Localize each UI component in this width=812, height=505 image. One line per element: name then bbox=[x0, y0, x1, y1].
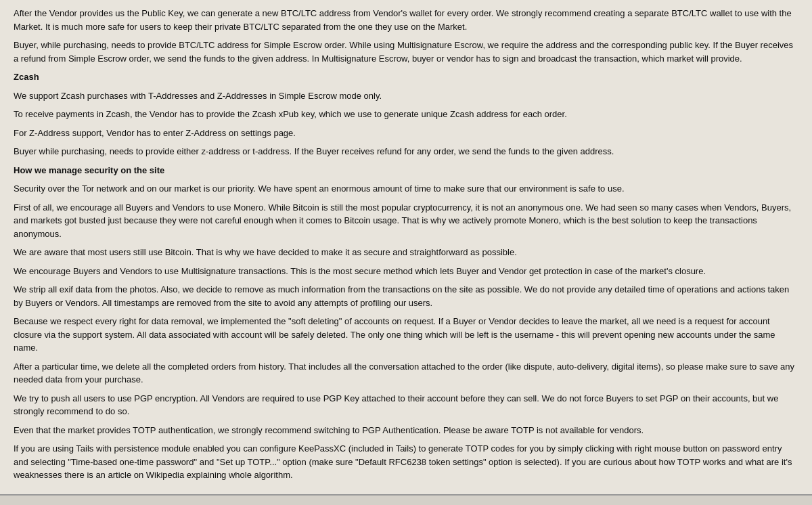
paragraph: Buyer while purchasing, needs to provide… bbox=[14, 145, 798, 158]
paragraph: After a particular time, we delete all t… bbox=[14, 360, 798, 387]
section-heading: How we manage security on the site bbox=[14, 164, 798, 177]
main-content: After the Vendor provides us the Public … bbox=[0, 0, 812, 495]
paragraph: Even that the market provides TOTP authe… bbox=[14, 424, 798, 437]
paragraph: Buyer, while purchasing, needs to provid… bbox=[14, 39, 798, 65]
paragraph: We strip all exif data from the photos. … bbox=[14, 283, 798, 309]
section-heading: Zcash bbox=[14, 70, 798, 84]
footer: USEFUL LINKS About UsRoadmapFunds & Secu… bbox=[0, 495, 812, 506]
paragraph: For Z-Address support, Vendor has to ent… bbox=[14, 127, 798, 140]
paragraph: Because we respect every right for data … bbox=[14, 315, 798, 355]
paragraph: Security over the Tor network and on our… bbox=[14, 182, 798, 196]
paragraph: After the Vendor provides us the Public … bbox=[14, 7, 798, 33]
paragraph: We encourage Buyers and Vendors to use M… bbox=[14, 265, 798, 278]
paragraph: To receive payments in Zcash, the Vendor… bbox=[14, 108, 798, 121]
paragraph: If you are using Tails with persistence … bbox=[14, 442, 798, 482]
paragraph: We are aware that most users still use B… bbox=[14, 246, 798, 259]
paragraph: We support Zcash purchases with T-Addres… bbox=[14, 89, 798, 103]
paragraph: First of all, we encourage all Buyers an… bbox=[14, 201, 798, 241]
paragraph: We try to push all users to use PGP encr… bbox=[14, 392, 798, 418]
